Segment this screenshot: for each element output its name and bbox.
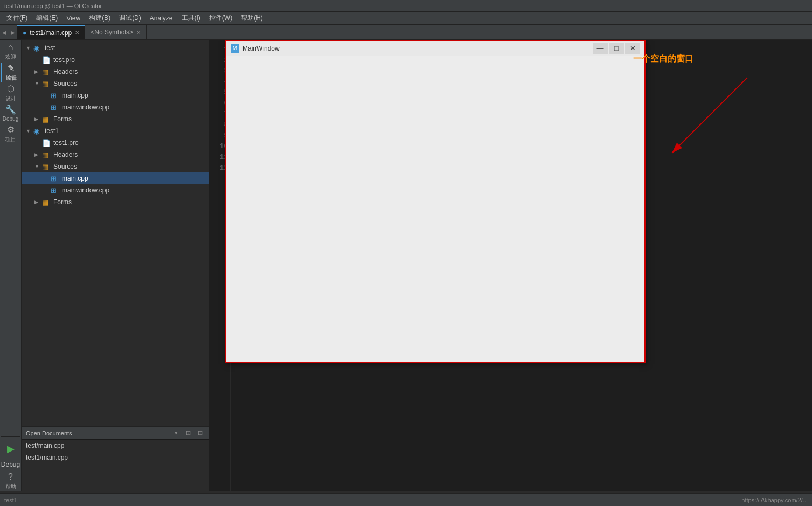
run-button[interactable]: ▶ <box>1 439 20 459</box>
welcome-icon: ⌂ <box>8 43 13 52</box>
open-doc-label-2: test1/main.cpp <box>26 454 68 461</box>
cpp-file-icon: ⊞ <box>51 92 59 100</box>
sidebar-help-label: 帮助 <box>5 483 16 490</box>
tree-item-test1-pro[interactable]: 📄 test1.pro <box>22 137 209 149</box>
sidebar-project[interactable]: ⚙ 项目 <box>1 124 20 143</box>
window-controls: — □ ✕ <box>593 43 640 54</box>
sidebar-design[interactable]: ⬡ 设计 <box>1 83 20 102</box>
project-icon: ⚙ <box>7 124 15 135</box>
main-layout: ⌂ 欢迎 ✎ 编辑 ⬡ 设计 🔧 Debug ⚙ 项目 ▶ Debug ? 帮助 <box>0 40 812 491</box>
menu-file[interactable]: 文件(F) <box>2 12 32 24</box>
tree-arrow-test-forms: ▶ <box>34 116 41 122</box>
tab-no-symbols[interactable]: <No Symbols> ✕ <box>85 25 147 39</box>
tree-arrow-test-sources: ▼ <box>34 81 41 86</box>
tree-item-test-main-cpp[interactable]: ⊞ main.cpp <box>22 89 209 101</box>
tree-item-test-pro[interactable]: 📄 test.pro <box>22 54 209 66</box>
tab-label-active: test1/main.cpp <box>30 29 72 37</box>
tree-arrow-test1: ▼ <box>26 128 32 134</box>
tree-arrow-test1-sources: ▼ <box>34 164 41 169</box>
window-body <box>226 56 644 362</box>
tab-close-button[interactable]: ✕ <box>75 30 79 36</box>
tree-item-test-forms[interactable]: ▶ ▦ Forms <box>22 113 209 125</box>
sidebar-icons: ⌂ 欢迎 ✎ 编辑 ⬡ 设计 🔧 Debug ⚙ 项目 ▶ Debug ? 帮助 <box>0 40 22 491</box>
tree-item-test1-sources[interactable]: ▼ ▦ Sources <box>22 161 209 172</box>
headers-folder-icon: ▦ <box>42 68 51 76</box>
window-maximize-button[interactable]: □ <box>609 43 624 54</box>
open-docs-header: Open Documents ▾ ⊡ ⊞ <box>22 427 209 440</box>
title-bar-text: test1/main.cpp @ test1 — Qt Creator <box>4 3 102 9</box>
open-doc-test1-main[interactable]: test1/main.cpp <box>22 452 209 463</box>
pro-file-icon-2: 📄 <box>42 139 51 147</box>
annotation-text: 一个空白的窗口 <box>633 54 693 63</box>
menu-help[interactable]: 帮助(H) <box>237 12 267 24</box>
tree-label-test1-headers: Headers <box>53 151 78 158</box>
tab-main-cpp[interactable]: ● test1/main.cpp ✕ <box>17 25 85 39</box>
menu-build[interactable]: 构建(B) <box>85 12 115 24</box>
menu-view[interactable]: View <box>62 13 85 23</box>
design-icon: ⬡ <box>7 84 15 94</box>
window-close-button[interactable]: ✕ <box>625 43 640 54</box>
tree-label-test-headers: Headers <box>53 68 78 75</box>
open-doc-label-1: test/main.cpp <box>26 442 64 449</box>
tree-item-test-sources[interactable]: ▼ ▦ Sources <box>22 78 209 89</box>
project-folder-icon: ◉ <box>33 44 42 52</box>
tree-item-test1-forms[interactable]: ▶ ▦ Forms <box>22 196 209 208</box>
tree-item-test1[interactable]: ▼ ◉ test1 <box>22 125 209 137</box>
status-bar: test1 https://lAkhappy.com/2/... <box>0 493 812 506</box>
tree-arrow-test-headers: ▶ <box>34 69 41 74</box>
tree-item-test1-main-cpp[interactable]: ⊞ main.cpp <box>22 172 209 184</box>
cpp-icon: ● <box>23 29 26 37</box>
editor-area: 1 2 3 4 5 6 7 8 9 10 11 12 #include "mai… <box>209 40 812 491</box>
menu-analyze[interactable]: Analyze <box>145 13 177 23</box>
tree-item-test-mainwindow-cpp[interactable]: ⊞ mainwindow.cpp <box>22 101 209 113</box>
tree-item-test1-mainwindow-cpp[interactable]: ⊞ mainwindow.cpp <box>22 184 209 196</box>
tree-arrow-test: ▼ <box>26 45 32 51</box>
tab-bar: ◀ ▶ ● test1/main.cpp ✕ <No Symbols> ✕ <box>0 25 812 40</box>
window-title-text: MainWindow <box>242 45 589 52</box>
sidebar-help[interactable]: ? 帮助 <box>1 472 20 491</box>
sidebar-debug-label: Debug <box>3 116 18 122</box>
window-minimize-button[interactable]: — <box>593 43 608 54</box>
open-docs-split[interactable]: ⊡ <box>184 429 192 438</box>
tree-label-test-forms: Forms <box>53 115 72 123</box>
tree-item-test-headers[interactable]: ▶ ▦ Headers <box>22 66 209 78</box>
tab-back-arrow[interactable]: ◀ <box>0 25 9 39</box>
debug-icon: 🔧 <box>5 105 16 115</box>
title-bar: test1/main.cpp @ test1 — Qt Creator <box>0 0 812 12</box>
debug-run-panel: ▶ Debug <box>1 436 20 470</box>
open-documents-panel: Open Documents ▾ ⊡ ⊞ test/main.cpp test1… <box>22 426 209 491</box>
tree-label-test1-mainwindow: mainwindow.cpp <box>62 186 109 194</box>
sidebar-debug[interactable]: 🔧 Debug <box>1 103 20 123</box>
sources-folder-icon: ▦ <box>42 80 51 88</box>
tree-label-test1-sources: Sources <box>53 163 77 170</box>
sources-folder-icon-2: ▦ <box>42 163 51 171</box>
tree-label-test1: test1 <box>45 127 59 135</box>
tab-forward-arrow[interactable]: ▶ <box>9 25 17 39</box>
window-title-bar: M MainWindow — □ ✕ <box>226 41 644 56</box>
sidebar-project-label: 项目 <box>5 136 16 143</box>
tree-item-test1-headers[interactable]: ▶ ▦ Headers <box>22 149 209 161</box>
simulated-window: M MainWindow — □ ✕ <box>225 40 646 363</box>
open-doc-test-main[interactable]: test/main.cpp <box>22 440 209 452</box>
tree-arrow-test1-headers: ▶ <box>34 152 41 157</box>
menu-debug[interactable]: 调试(D) <box>115 12 145 24</box>
sidebar-edit-label: 编辑 <box>6 74 17 82</box>
forms-folder-icon-2: ▦ <box>42 198 51 206</box>
menu-edit[interactable]: 编辑(E) <box>32 12 62 24</box>
tab-no-symbols-close[interactable]: ✕ <box>136 30 141 36</box>
open-docs-collapse[interactable]: ▾ <box>172 429 181 438</box>
tree-label-test-sources: Sources <box>53 80 77 87</box>
open-docs-expand[interactable]: ⊞ <box>196 429 204 438</box>
edit-icon: ✎ <box>8 63 15 73</box>
sidebar-welcome[interactable]: ⌂ 欢迎 <box>1 42 20 61</box>
open-docs-title: Open Documents <box>26 430 169 436</box>
sidebar-edit[interactable]: ✎ 编辑 <box>1 63 20 82</box>
forms-folder-icon: ▦ <box>42 115 51 123</box>
tree-item-test[interactable]: ▼ ◉ test <box>22 42 209 54</box>
project-panel: ▼ ◉ test 📄 test.pro ▶ ▦ Headers ▼ ▦ Sour… <box>22 40 209 491</box>
tree-arrow-test1-forms: ▶ <box>34 199 41 205</box>
project-folder-icon-2: ◉ <box>33 127 42 135</box>
pro-file-icon: 📄 <box>42 56 51 64</box>
menu-tools[interactable]: 工具(I) <box>177 12 205 24</box>
menu-widget[interactable]: 控件(W) <box>205 12 237 24</box>
